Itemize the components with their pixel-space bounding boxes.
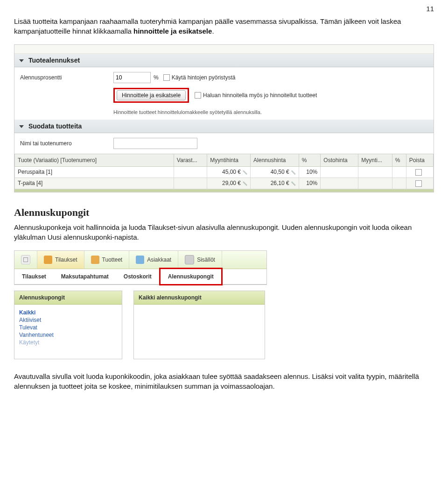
tab-label: Tilaukset: [55, 256, 77, 263]
list-kaikki-alennuskupongit: Kaikki alennuskupongit: [133, 291, 265, 359]
row-hinnoittele: Hinnoittele ja esikatsele Haluan hinnoit…: [14, 88, 434, 107]
subtab-maksutapahtumat[interactable]: Maksutapahtumat: [54, 269, 116, 284]
link-aktiiviset[interactable]: Aktiiviset: [19, 317, 117, 323]
tab-sisallot[interactable]: Sisällöt: [178, 251, 222, 269]
list-body: [134, 305, 265, 359]
save-slot[interactable]: [14, 251, 37, 269]
intro-bold: hinnoittele ja esikatsele: [133, 27, 212, 35]
edit-icon[interactable]: [243, 181, 247, 186]
product-table: Tuote (Variaatio) [Tuotenumero] Varast..…: [14, 154, 434, 189]
row-alennusprosentti: Alennusprosentti % Käytä hintojen pyöris…: [14, 67, 434, 88]
cell-alennushinta: 26,10 €: [271, 180, 289, 186]
th-pct: %: [299, 154, 321, 167]
nimi-input[interactable]: [113, 138, 197, 149]
cell-myyntihinta: 29,00 €: [222, 180, 241, 186]
alennuskupongit-paragraph: Alennuskuponkeja voit hallinnoida ja luo…: [14, 222, 434, 242]
closing-paragraph: Avautuvalla sivulla voit luoda kuponkiko…: [14, 371, 434, 391]
link-kaytetyt[interactable]: Käytetyt: [19, 339, 117, 346]
th-myynti: Myynti...: [358, 154, 392, 167]
th-tuote: Tuote (Variaatio) [Tuotenumero]: [15, 154, 174, 167]
tab-label: Sisällöt: [197, 256, 215, 263]
document-icon: [185, 255, 194, 264]
sub-tabs-row: Tilaukset Maksutapahtumat Ostoskorit Ale…: [14, 269, 266, 285]
hinnoittele-button[interactable]: Hinnoittele ja esikatsele: [117, 90, 186, 100]
subtab-alennuskupongit[interactable]: Alennuskupongit: [159, 268, 223, 285]
edit-icon[interactable]: [243, 170, 247, 175]
th-alennushinta: Alennushinta: [251, 154, 299, 167]
tuotealennukset-screenshot: Tuotealennukset Alennusprosentti % Käytä…: [14, 44, 434, 192]
cell-myyntihinta: 45,00 €: [222, 169, 241, 175]
cell-name: Peruspaita [1]: [15, 167, 174, 178]
intro-after: .: [212, 27, 214, 35]
tab-tilaukset[interactable]: Tilaukset: [37, 251, 84, 269]
row-nimi: Nimi tai tuotenumero: [14, 133, 434, 154]
th-ostohinta: Ostohinta: [321, 154, 358, 167]
suodata-label: Suodata tuotteita: [28, 122, 82, 130]
page-number: 11: [14, 5, 434, 13]
link-tulevat[interactable]: Tulevat: [19, 324, 117, 331]
caret-down-icon: [19, 125, 24, 128]
alennusprosentti-label: Alennusprosentti: [20, 74, 113, 81]
poista-checkbox[interactable]: [415, 169, 422, 176]
cell-pct: 10%: [299, 167, 321, 178]
table-row[interactable]: T-paita [4] 29,00 € 26,10 € 10%: [15, 178, 434, 189]
list-body: Kaikki Aktiiviset Tulevat Vanhentuneet K…: [14, 305, 122, 350]
people-icon: [136, 256, 144, 264]
table-header-row: Tuote (Variaatio) [Tuotenumero] Varast..…: [15, 154, 434, 167]
tab-label: Asiakkaat: [147, 256, 171, 263]
lists-screenshot: Alennuskupongit Kaikki Aktiiviset Tuleva…: [14, 291, 434, 359]
nimi-label: Nimi tai tuotenumero: [20, 140, 113, 147]
list-alennuskupongit: Alennuskupongit Kaikki Aktiiviset Tuleva…: [14, 291, 122, 359]
heading-alennuskupongit: Alennuskupongit: [14, 206, 434, 219]
list-heading: Kaikki alennuskupongit: [134, 291, 265, 305]
hinnoittele-hint: Hinnoittele tuotteet hinnoittelulomakkee…: [113, 109, 434, 115]
edit-icon[interactable]: [291, 170, 296, 175]
haluan-checkbox[interactable]: [195, 92, 201, 99]
th-poista: Poista: [406, 154, 433, 167]
tab-asiakkaat[interactable]: Asiakkaat: [129, 251, 178, 269]
pyoristys-label: Käytä hintojen pyöristystä: [172, 74, 236, 81]
table-row[interactable]: Peruspaita [1] 45,00 € 40,50 € 10%: [15, 167, 434, 178]
section-suodata[interactable]: Suodata tuotteita: [14, 120, 434, 133]
tab-label: Tuotteet: [102, 256, 123, 263]
link-kaikki[interactable]: Kaikki: [19, 309, 117, 316]
tabs-screenshot: Tilaukset Tuotteet Asiakkaat Sisällöt Ti…: [14, 250, 267, 285]
haluan-label: Haluan hinnoitella myös jo hinnoitellut …: [203, 92, 317, 99]
intro-paragraph: Lisää tuotteita kampanjaan raahaamalla t…: [14, 16, 434, 36]
cell-alennushinta: 40,50 €: [271, 169, 289, 175]
cell-pct: 10%: [299, 178, 321, 189]
box-icon: [91, 256, 99, 264]
pyoristys-checkbox[interactable]: [163, 74, 170, 81]
link-vanhentuneet[interactable]: Vanhentuneet: [19, 332, 117, 338]
subtab-ostoskorit[interactable]: Ostoskorit: [116, 269, 159, 284]
percent-sign: %: [154, 74, 159, 81]
th-myyntihinta: Myyntihinta: [207, 154, 251, 167]
th-pct2: %: [392, 154, 406, 167]
th-varast: Varast...: [174, 154, 207, 167]
section-tuotealennukset[interactable]: Tuotealennukset: [14, 54, 434, 67]
cell-name: T-paita [4]: [15, 178, 174, 189]
tab-tuotteet[interactable]: Tuotteet: [84, 251, 130, 269]
highlight-hinnoittele: Hinnoittele ja esikatsele: [113, 88, 189, 103]
alennusprosentti-input[interactable]: [113, 72, 151, 83]
main-tabs-row: Tilaukset Tuotteet Asiakkaat Sisällöt: [14, 251, 266, 269]
edit-icon[interactable]: [291, 181, 296, 186]
subtab-tilaukset[interactable]: Tilaukset: [14, 269, 54, 284]
section-label: Tuotealennukset: [28, 57, 80, 64]
save-icon: [21, 255, 30, 264]
caret-down-icon: [19, 59, 24, 62]
box-icon: [44, 256, 52, 264]
list-heading: Alennuskupongit: [14, 291, 122, 305]
poista-checkbox[interactable]: [415, 180, 422, 187]
